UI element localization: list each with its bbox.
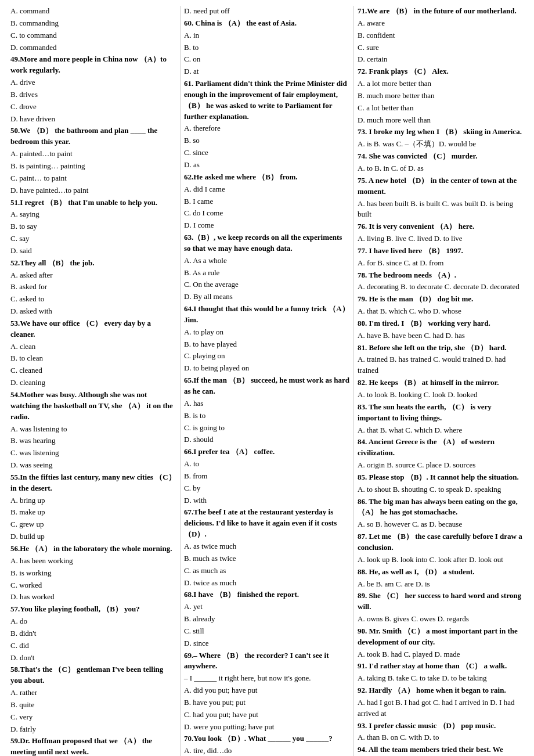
- question-text: A. to play on: [184, 327, 223, 336]
- question-text: 87. Let me （B） the case carefully before…: [358, 532, 522, 552]
- question-text: C. worked: [10, 581, 42, 589]
- question-text: A. be B. am C. are D. is: [358, 579, 430, 588]
- question-text: 78. The bedroom needs （A）.: [358, 271, 456, 279]
- question-text: 80. I'm tired. I （B） working very hard.: [358, 319, 490, 327]
- question-text: D. commanded: [10, 43, 56, 52]
- question-item: B. to: [184, 42, 350, 53]
- question-text: C. playing on: [184, 351, 225, 360]
- question-item: D. don't: [10, 653, 176, 664]
- question-item: A. to shout B. shouting C. to speak D. s…: [358, 484, 524, 495]
- question-text: 54.Mother was busy. Although she was not…: [10, 390, 173, 421]
- question-item: 75. A new hotel （D） in the center of tow…: [358, 175, 524, 197]
- question-text: 59.Dr. Hoffman proposed that we （A） the …: [10, 736, 152, 756]
- question-item: C. since: [184, 147, 350, 159]
- question-item: C. very: [10, 712, 176, 723]
- question-item: D. I come: [184, 220, 350, 231]
- question-item: C. is going to: [184, 423, 350, 434]
- question-text: 89. She （C） her success to hard word and…: [358, 591, 521, 611]
- question-item: A. that B. which C. who D. whose: [358, 306, 524, 317]
- question-text: 84. Ancient Greece is the （A） of western…: [358, 437, 495, 457]
- question-text: C. had you put; have put: [184, 710, 258, 719]
- question-item: A. so B. however C. as D. because: [358, 519, 524, 530]
- question-item: A. that B. what C. which D. where: [358, 425, 524, 436]
- question-item: D. fairly: [10, 724, 176, 735]
- question-item: B. to say: [10, 221, 176, 232]
- question-text: B. confident: [358, 31, 395, 39]
- question-item: 54.Mother was busy. Although she was not…: [10, 390, 176, 423]
- question-text: D. as: [184, 160, 200, 169]
- question-text: A. As a whole: [184, 256, 227, 265]
- question-text: C. very: [10, 712, 33, 721]
- question-item: A. trained B. has trained C. would train…: [358, 354, 524, 376]
- question-item: A. did I came: [184, 184, 350, 195]
- question-text: A. that B. what C. which D. where: [358, 426, 462, 434]
- question-text: 50.We （D） the bathroom and plan ____ the…: [10, 126, 157, 146]
- question-text: C. On the average: [184, 280, 239, 289]
- question-text: A. owns B. gives C. owes D. regards: [358, 614, 469, 623]
- question-text: B. to have played: [184, 340, 237, 348]
- question-item: 55.In the fifties last century, many new…: [10, 472, 176, 494]
- question-item: C. sure: [358, 42, 524, 53]
- question-text: D. to being played on: [184, 363, 249, 372]
- question-text: B. asked for: [10, 282, 47, 291]
- question-item: D. By all means: [184, 291, 350, 303]
- question-text: 56.He （A） in the laboratory the whole mo…: [10, 544, 172, 553]
- question-item: A. As a whole: [184, 255, 350, 267]
- question-text: 76. It is very convenient （A） here.: [358, 222, 474, 231]
- question-text: A. has: [184, 399, 203, 408]
- question-item: 90. Mr. Smith （C） a most important part …: [358, 626, 524, 648]
- question-text: B. to: [184, 43, 199, 52]
- question-item: D. was seeing: [10, 460, 176, 471]
- question-item: 74. She was convicted （C） murder.: [358, 151, 524, 162]
- question-item: D. with: [184, 495, 350, 506]
- question-item: B. to have played: [184, 339, 350, 350]
- question-item: B. commanding: [10, 18, 176, 29]
- question-text: D. asked with: [10, 307, 52, 315]
- question-item: 52.They all （B） the job.: [10, 258, 176, 269]
- question-text: A. to look B. looking C. look D. looked: [358, 390, 478, 399]
- question-text: 53.We have our office （C） every day by a…: [10, 319, 151, 339]
- question-text: C. grew up: [10, 520, 44, 528]
- question-text: A. rather: [10, 688, 37, 697]
- question-item: A. to play on: [184, 327, 350, 338]
- question-item: C. playing on: [184, 351, 350, 362]
- column-2: D. need put off60. China is （A） the east…: [181, 6, 354, 756]
- question-item: C. on: [184, 54, 350, 65]
- question-item: A. than B. on C. with D. to: [358, 732, 524, 743]
- question-text: D. said: [10, 246, 32, 255]
- question-text: D. was seeing: [10, 460, 53, 469]
- question-item: A. to B. in C. of D. as: [358, 163, 524, 174]
- question-item: D. as: [184, 160, 350, 171]
- question-item: D. asked with: [10, 306, 176, 317]
- question-item: C. a lot better than: [358, 103, 524, 114]
- question-text: B. is painting… painting: [10, 161, 85, 170]
- question-item: B. was hearing: [10, 435, 176, 447]
- question-text: B. commanding: [10, 19, 59, 27]
- question-text: A. saying: [10, 210, 39, 218]
- question-text: A. as twice much: [184, 542, 236, 550]
- question-text: 71.We are （B） in the future of our mothe…: [358, 6, 517, 15]
- question-item: D. commanded: [10, 42, 176, 53]
- question-item: A. yet: [184, 602, 350, 613]
- question-item: 91. I'd rather stay at home than （C） a w…: [358, 661, 524, 672]
- question-text: A. do: [10, 617, 27, 625]
- question-item: D. have driven: [10, 114, 176, 125]
- question-item: D. cleaning: [10, 377, 176, 388]
- question-text: B. have you put; put: [184, 698, 246, 707]
- question-text: D. need put off: [184, 6, 229, 15]
- question-text: A. taking B. take C. to take D. to be ta…: [358, 674, 486, 682]
- question-item: A. a lot more better than: [358, 78, 524, 89]
- question-item: A. tire, did…do: [184, 746, 350, 756]
- question-text: D. build up: [10, 532, 45, 541]
- question-item: A. saying: [10, 209, 176, 220]
- question-item: 51.I regret （B） that I'm unable to help …: [10, 197, 176, 208]
- question-text: A. origin B. source C. place D. sources: [358, 460, 475, 469]
- question-item: A. command: [10, 6, 176, 17]
- question-text: A. trained B. has trained C. would train…: [358, 355, 506, 375]
- question-text: B. As a rule: [184, 268, 219, 277]
- question-text: D. should: [184, 435, 214, 444]
- question-text: D. has worked: [10, 592, 54, 601]
- question-text: 74. She was convicted （C） murder.: [358, 152, 477, 160]
- question-text: 73. I broke my leg when I （B） skiing in …: [358, 127, 522, 136]
- question-item: 86. The big man has always been eating o…: [358, 496, 524, 519]
